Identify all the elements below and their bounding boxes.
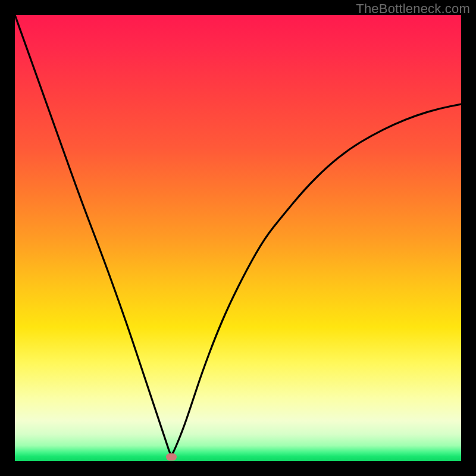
watermark-text: TheBottleneck.com [356, 1, 470, 17]
optimal-point-marker [166, 453, 177, 461]
plot-area [15, 15, 461, 461]
chart-frame: TheBottleneck.com [0, 0, 476, 476]
bottleneck-curve [15, 15, 461, 461]
